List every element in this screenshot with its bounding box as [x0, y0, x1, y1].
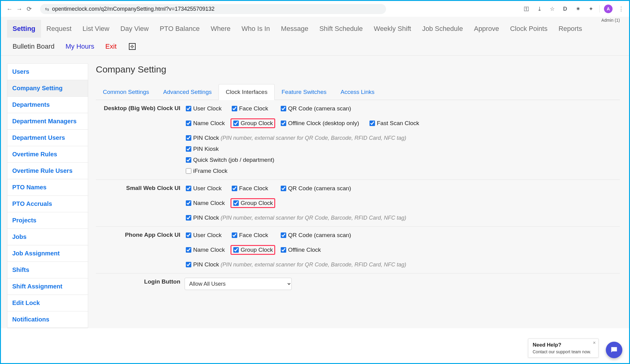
- sidebar-item-edit-lock[interactable]: Edit Lock: [7, 295, 88, 311]
- key-icon[interactable]: ⚿: [522, 5, 531, 13]
- tab-feature-switches[interactable]: Feature Switches: [275, 84, 334, 100]
- check-phone-offline-clock: Offline Clock: [279, 244, 368, 255]
- check-desktop-iframe-clock: iFrame Clock: [185, 167, 620, 175]
- check-smallweb-pin-clock: PIN Clock (PIN number, external scanner …: [185, 214, 620, 222]
- divider: [599, 5, 600, 13]
- check-smallweb-group-clock: Group Clock: [231, 198, 279, 209]
- check-desktop-face-clock: Face Clock: [231, 104, 279, 113]
- check-phone-group-clock: Group Clock: [231, 244, 279, 255]
- chat-icon: [610, 346, 618, 354]
- install-icon[interactable]: ⤓: [535, 5, 544, 13]
- admin-label[interactable]: Admin (1): [601, 18, 620, 23]
- help-popover: × Need Help? Contact our support team no…: [528, 339, 598, 358]
- sidebar-item-pto-accruals[interactable]: PTO Accruals: [7, 196, 88, 212]
- check-desktop-name-clock: Name Clock: [185, 118, 231, 129]
- section-small-web-clock: Small Web Clock UI User Clock Face Clock…: [96, 180, 620, 227]
- sidebar-item-departments[interactable]: Departments: [7, 97, 88, 113]
- section-label-smallweb: Small Web Clock UI: [96, 184, 185, 191]
- check-smallweb-user-clock: User Clock: [185, 184, 231, 193]
- page-title: Company Setting: [96, 64, 620, 75]
- section-label-desktop: Desktop (Big Web) Clock UI: [96, 104, 185, 112]
- check-phone-name-clock: Name Clock: [185, 244, 231, 255]
- nav-shift-schedule[interactable]: Shift Schedule: [314, 20, 368, 38]
- profile-avatar[interactable]: A: [604, 5, 613, 13]
- back-button[interactable]: ←: [5, 4, 14, 14]
- sidebar-item-company-setting[interactable]: Company Setting: [7, 80, 88, 97]
- section-label-login: Login Button: [96, 278, 185, 285]
- check-desktop-user-clock: User Clock: [185, 104, 231, 113]
- tab-common-settings[interactable]: Common Settings: [96, 84, 156, 100]
- check-phone-pin-clock: PIN Clock (PIN number, external scanner …: [185, 260, 620, 269]
- menu-dots-icon[interactable]: ⋮: [617, 5, 625, 13]
- help-subtitle: Contact our support team now.: [533, 349, 594, 354]
- nav-exit[interactable]: Exit: [100, 38, 122, 55]
- content-area: Company Setting Common Settings Advanced…: [88, 56, 629, 294]
- sidebar-item-overtime-rules[interactable]: Overtime Rules: [7, 146, 88, 163]
- site-info-icon[interactable]: ⇆: [45, 6, 49, 12]
- extensions-puzzle-icon[interactable]: ✦: [587, 5, 595, 13]
- sidebar-item-job-assignment[interactable]: Job Assignment: [7, 245, 88, 262]
- section-phone-app-clock: Phone App Clock UI User Clock Face Clock…: [96, 227, 620, 273]
- tab-clock-interfaces[interactable]: Clock Interfaces: [219, 84, 274, 100]
- check-desktop-pin-kiosk: PIN Kiosk: [185, 145, 620, 153]
- sidebar-item-notifications[interactable]: Notifications: [7, 311, 88, 328]
- check-desktop-offline-clock: Offline Clock (desktop only): [279, 118, 368, 129]
- sidebar-item-department-managers[interactable]: Department Managers: [7, 113, 88, 130]
- reload-button[interactable]: ⟳: [24, 4, 34, 14]
- nav-reports[interactable]: Reports: [553, 20, 587, 38]
- section-login-button: Login Button Allow All Users: [96, 273, 620, 294]
- check-desktop-group-clock: Group Clock: [231, 118, 279, 129]
- nav-list-view[interactable]: List View: [77, 20, 115, 38]
- nav-pto-balance[interactable]: PTO Balance: [154, 20, 205, 38]
- browser-right-icons: ⚿ ⤓ ☆ D ✷ ✦ A ⋮: [522, 5, 625, 13]
- nav-setting[interactable]: Setting: [7, 20, 41, 38]
- star-icon[interactable]: ☆: [548, 5, 557, 13]
- check-phone-qr-code: QR Code (camera scan): [279, 231, 368, 240]
- top-nav: Setting Request List View Day View PTO B…: [1, 17, 629, 56]
- nav-bulletin-board[interactable]: Bulletin Board: [7, 38, 60, 55]
- fullscreen-icon[interactable]: ✥: [122, 38, 141, 55]
- nav-job-schedule[interactable]: Job Schedule: [417, 20, 468, 38]
- close-icon[interactable]: ×: [593, 340, 596, 346]
- sidebar-item-pto-names[interactable]: PTO Names: [7, 179, 88, 196]
- address-bar[interactable]: ⇆ opentimeclock.com/q2/mCompanySetting.h…: [40, 4, 386, 14]
- nav-where[interactable]: Where: [205, 20, 236, 38]
- nav-clock-points[interactable]: Clock Points: [504, 20, 553, 38]
- sidebar-item-overtime-rule-users[interactable]: Overtime Rule Users: [7, 163, 88, 179]
- sidebar-item-users[interactable]: Users: [7, 64, 88, 80]
- section-desktop-clock: Desktop (Big Web) Clock UI User Clock Fa…: [96, 100, 620, 180]
- check-phone-user-clock: User Clock: [185, 231, 231, 240]
- check-desktop-quick-switch: Quick Switch (job / department): [185, 156, 620, 164]
- nav-day-view[interactable]: Day View: [115, 20, 154, 38]
- forward-button[interactable]: →: [14, 4, 24, 14]
- chat-bubble-button[interactable]: [606, 342, 622, 358]
- login-button-select[interactable]: Allow All Users: [185, 278, 292, 290]
- help-title: Need Help?: [533, 342, 594, 348]
- sidebar-item-projects[interactable]: Projects: [7, 212, 88, 229]
- extension-bug-icon[interactable]: ✷: [574, 5, 582, 13]
- settings-tabs: Common Settings Advanced Settings Clock …: [96, 84, 620, 100]
- sidebar-item-department-users[interactable]: Department Users: [7, 130, 88, 146]
- sidebar-item-shifts[interactable]: Shifts: [7, 262, 88, 278]
- nav-message[interactable]: Message: [276, 20, 314, 38]
- check-smallweb-qr-code: QR Code (camera scan): [279, 184, 368, 193]
- section-label-phone: Phone App Clock UI: [96, 231, 185, 238]
- nav-approve[interactable]: Approve: [468, 20, 504, 38]
- check-desktop-fast-scan: Fast Scan Clock: [368, 118, 423, 129]
- nav-my-hours[interactable]: My Hours: [60, 38, 100, 55]
- sidebar-item-shift-assignment[interactable]: Shift Assignment: [7, 278, 88, 295]
- tab-access-links[interactable]: Access Links: [334, 84, 382, 100]
- check-desktop-qr-code: QR Code (camera scan): [279, 104, 368, 113]
- check-smallweb-face-clock: Face Clock: [231, 184, 279, 193]
- tab-advanced-settings[interactable]: Advanced Settings: [156, 84, 219, 100]
- sidebar-item-jobs[interactable]: Jobs: [7, 229, 88, 245]
- settings-sidebar: Users Company Setting Departments Depart…: [7, 63, 88, 328]
- nav-weekly-shift[interactable]: Weekly Shift: [368, 20, 417, 38]
- check-smallweb-name-clock: Name Clock: [185, 198, 231, 209]
- browser-toolbar: ← → ⟳ ⇆ opentimeclock.com/q2/mCompanySet…: [1, 1, 629, 17]
- url-text: opentimeclock.com/q2/mCompanySetting.htm…: [52, 6, 215, 12]
- extension-d-icon[interactable]: D: [561, 5, 569, 13]
- nav-who-is-in[interactable]: Who Is In: [236, 20, 276, 38]
- check-desktop-pin-clock: PIN Clock (PIN number, external scanner …: [185, 134, 620, 142]
- nav-request[interactable]: Request: [41, 20, 77, 38]
